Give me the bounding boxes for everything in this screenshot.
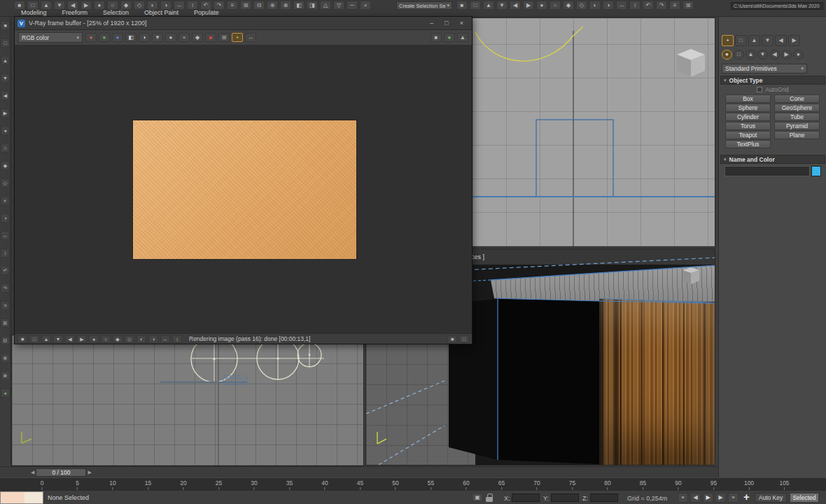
material-editor-icon[interactable]: ▲ <box>483 1 494 10</box>
edit-named-selection-sets-icon[interactable]: ◧ <box>293 1 304 10</box>
stereo-icon[interactable]: ↕ <box>172 335 182 343</box>
maxscript-macro-recorder[interactable] <box>1 492 24 503</box>
render-frame-icon[interactable]: ⊗ <box>1 371 10 380</box>
object-type-rollout[interactable]: ▾ Object Type <box>720 76 825 85</box>
primitive-button-box[interactable]: Box <box>725 94 771 103</box>
move-icon[interactable]: ◆ <box>1 161 10 170</box>
color-corrections-icon[interactable]: ↔ <box>245 33 256 42</box>
object-color-swatch[interactable] <box>811 166 821 176</box>
curve-editor-icon[interactable]: ≡ <box>1 301 10 310</box>
resize-icon[interactable]: □ <box>459 335 469 343</box>
ribbon-tab-freeform[interactable]: Freeform <box>62 9 88 16</box>
time-slider-bar[interactable]: ◀ 0 / 100 ▶ <box>0 466 718 477</box>
next-frame-icon[interactable]: ▶ <box>715 493 726 503</box>
viewport-label[interactable]: ces ] <box>471 253 484 260</box>
open-script-editor-icon[interactable]: ◆ <box>563 1 574 10</box>
ribbon-tab-populate[interactable]: Populate <box>194 9 219 16</box>
rendered-frame-window-icon[interactable]: ◀ <box>510 1 521 10</box>
hierarchy-tab-icon[interactable]: ▲ <box>748 35 760 46</box>
x-coordinate-field[interactable] <box>512 493 540 502</box>
isolate-selection-icon[interactable]: ◇ <box>576 1 587 10</box>
mirror-icon[interactable]: ↕ <box>1 248 10 258</box>
pixel-info-icon[interactable]: ■ <box>18 335 27 343</box>
vfb-settings-icon[interactable]: ▲ <box>457 33 468 42</box>
render-icon[interactable]: ● <box>444 33 455 42</box>
close-button[interactable]: × <box>460 20 463 27</box>
select-and-link-icon[interactable]: ■ <box>1 21 10 30</box>
redo-icon[interactable]: ◀ <box>1 91 10 100</box>
isolate-selection-icon[interactable]: ▣ <box>472 493 483 502</box>
keyboard-shortcut-override-icon[interactable]: ≡ <box>227 1 238 10</box>
unlink-icon[interactable]: □ <box>1 38 10 48</box>
shapes-category-icon[interactable]: □ <box>734 50 744 59</box>
timeline-ruler[interactable]: 0510152025303540455055606570758085909510… <box>0 477 826 490</box>
lut-icon[interactable]: ◐ <box>136 335 146 343</box>
play-animation-icon[interactable]: ▶ <box>703 493 713 503</box>
helpers-category-icon[interactable]: ◀ <box>769 50 780 59</box>
primitive-button-torus[interactable]: Torus <box>725 122 771 130</box>
render-icon[interactable]: ● <box>1 388 10 398</box>
blue-channel-icon[interactable]: ● <box>112 33 123 42</box>
save-image-icon[interactable]: ▼ <box>152 33 163 42</box>
rotate-icon[interactable]: ◇ <box>1 178 10 188</box>
scale-icon[interactable]: ◐ <box>1 196 10 205</box>
selection-lock-icon[interactable] <box>486 497 493 502</box>
toggle-scene-explorer-icon[interactable]: ▽ <box>333 1 344 10</box>
history-icon[interactable]: ▶ <box>77 335 87 343</box>
motion-tab-icon[interactable]: ▼ <box>762 35 774 46</box>
percent-snap-toggle-icon[interactable]: ⊕ <box>267 1 278 10</box>
alpha-channel-icon[interactable]: ◧ <box>125 33 136 42</box>
align-icon[interactable]: △ <box>320 1 331 10</box>
snap-toggle-icon[interactable]: ◑ <box>1 214 10 223</box>
previous-key-arrow[interactable]: ◀ <box>31 470 34 475</box>
primitive-category-dropdown[interactable]: Standard Primitives ▾ <box>722 64 807 74</box>
toggle-ribbon-icon[interactable]: × <box>360 1 371 10</box>
display-tab-icon[interactable]: ◀ <box>775 35 787 46</box>
auto-key-button[interactable]: Auto Key <box>755 493 787 503</box>
select-object-icon[interactable]: ▶ <box>1 108 10 118</box>
primitive-button-pyramid[interactable]: Pyramid <box>774 122 820 130</box>
lights-category-icon[interactable]: ▲ <box>746 50 756 59</box>
channel-dropdown[interactable]: RGB color ▾ <box>18 32 83 43</box>
modify-tab-icon[interactable]: □ <box>735 35 747 46</box>
angle-snap-toggle-icon[interactable]: ⊟ <box>253 1 265 10</box>
name-color-rollout[interactable]: ▾ Name and Color <box>720 155 825 164</box>
red-channel-icon[interactable]: ● <box>85 33 97 42</box>
named-selection-icon[interactable]: ◐ <box>589 1 601 10</box>
undo-icon[interactable]: ▼ <box>1 74 10 83</box>
stop-render-icon[interactable]: ■ <box>205 33 216 42</box>
material-editor-icon[interactable]: ↷ <box>1 284 10 293</box>
maximize-button[interactable]: □ <box>444 20 448 27</box>
primitive-button-tube[interactable]: Tube <box>774 113 820 121</box>
dock-icon[interactable]: ■ <box>447 335 457 343</box>
space-warps-category-icon[interactable]: ▶ <box>781 50 792 59</box>
previous-frame-icon[interactable]: ◀ <box>690 493 701 503</box>
region-select-icon[interactable]: ○ <box>1 144 10 153</box>
systems-category-icon[interactable]: ● <box>793 50 804 59</box>
time-configuration-icon[interactable]: ↔ <box>616 1 627 10</box>
curve-editor-icon[interactable]: ■ <box>456 1 468 10</box>
clear-image-icon[interactable]: × <box>178 33 190 42</box>
scene-explorer-icon[interactable]: ⊞ <box>1 318 10 328</box>
geometry-category-icon[interactable]: ● <box>722 50 732 59</box>
primitive-button-cone[interactable]: Cone <box>774 94 820 103</box>
white-balance-icon[interactable]: ○ <box>101 335 111 343</box>
compare-horizontal-icon[interactable]: ▲ <box>41 335 51 343</box>
primitive-button-teapot[interactable]: Teapot <box>725 131 771 139</box>
render-last-icon[interactable]: ■ <box>430 33 442 42</box>
selected-set-dropdown[interactable]: Selected <box>790 493 819 503</box>
ribbon-tab-object-paint[interactable]: Object Paint <box>144 9 178 16</box>
undo-view-icon[interactable]: ≡ <box>669 1 680 10</box>
bind-spacewarp-icon[interactable]: ▲ <box>1 56 10 65</box>
ribbon-tab-modeling[interactable]: Modeling <box>21 9 47 16</box>
next-key-arrow[interactable]: ▶ <box>88 470 91 475</box>
z-coordinate-field[interactable] <box>590 493 618 502</box>
green-channel-icon[interactable]: ● <box>99 33 110 42</box>
render-setup-icon[interactable]: ⊕ <box>1 354 10 363</box>
set-key-icon[interactable]: + <box>743 491 750 503</box>
object-name-field[interactable] <box>724 166 810 176</box>
minimize-button[interactable]: – <box>430 20 433 27</box>
array-tool-icon[interactable]: ↕ <box>629 1 640 10</box>
render-iterative-icon[interactable]: ● <box>536 1 547 10</box>
primitive-button-cylinder[interactable]: Cylinder <box>725 113 771 121</box>
